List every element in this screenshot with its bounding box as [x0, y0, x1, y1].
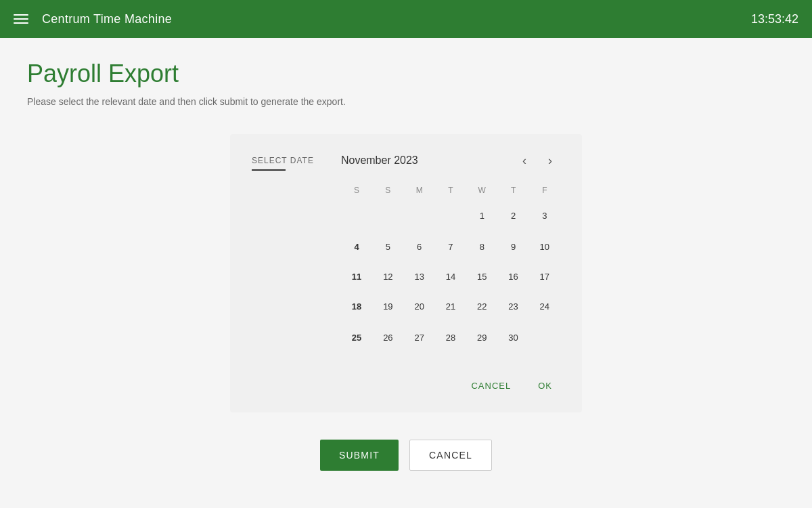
calendar-day[interactable]: 10 — [534, 236, 556, 257]
calendar-cell: 5 — [372, 232, 403, 261]
calendar-day[interactable]: 28 — [440, 326, 461, 348]
calendar-week-row: 18192021222324 — [341, 291, 560, 321]
select-date-label: SELECT DATE — [252, 156, 314, 165]
calendar-cell: 26 — [372, 321, 403, 354]
calendar-day[interactable]: 27 — [409, 326, 430, 348]
date-picker-card: SELECT DATE November 2023 ‹ › S S — [230, 134, 582, 412]
calendar-day[interactable]: 11 — [346, 266, 367, 287]
calendar-day[interactable]: 8 — [471, 236, 493, 257]
date-picker-wrapper: SELECT DATE November 2023 ‹ › S S — [27, 134, 785, 412]
calendar-cell: 24 — [529, 291, 560, 321]
day-header-thu: T — [497, 182, 528, 199]
next-month-button[interactable]: › — [540, 150, 560, 171]
calendar-cell: 23 — [497, 291, 528, 321]
calendar-cell: 30 — [497, 321, 528, 354]
calendar-day[interactable]: 24 — [534, 295, 556, 317]
calendar-cell: 2 — [497, 199, 528, 232]
day-header-sun1: S — [341, 182, 372, 199]
page-title: Payroll Export — [27, 60, 785, 88]
calendar-week-row: 252627282930 — [341, 321, 560, 354]
main-content: Payroll Export Please select the relevan… — [0, 38, 812, 492]
calendar-cell: 11 — [341, 261, 372, 291]
calendar-cell: 20 — [404, 291, 435, 321]
menu-icon[interactable] — [14, 14, 28, 24]
calendar-day[interactable]: 12 — [377, 266, 399, 287]
calendar-day[interactable]: 26 — [377, 326, 399, 348]
calendar-cell — [372, 199, 403, 232]
select-date-underline — [252, 169, 286, 171]
calendar-cell: 1 — [466, 199, 497, 232]
calendar-week-row: 11121314151617 — [341, 261, 560, 291]
cancel-button[interactable]: CANCEL — [409, 440, 492, 471]
calendar-day[interactable]: 30 — [503, 326, 524, 348]
day-header-mon: M — [404, 182, 435, 199]
calendar-day[interactable]: 3 — [534, 205, 556, 226]
calendar-empty-cell — [440, 203, 461, 225]
calendar-day[interactable]: 13 — [409, 266, 430, 287]
calendar-nav: ‹ › — [514, 150, 560, 171]
calendar-cell: 17 — [529, 261, 560, 291]
calendar-day[interactable]: 18 — [346, 295, 367, 317]
calendar-cell: 16 — [497, 261, 528, 291]
page-subtitle: Please select the relevant date and then… — [27, 96, 785, 107]
app-header: Centrum Time Machine 13:53:42 — [0, 0, 812, 38]
calendar-cell: 13 — [404, 261, 435, 291]
calendar-day[interactable]: 22 — [471, 295, 493, 317]
calendar-empty-cell — [346, 203, 367, 225]
current-time: 13:53:42 — [751, 12, 798, 26]
calendar-cell: 22 — [466, 291, 497, 321]
prev-month-button[interactable]: ‹ — [514, 150, 535, 171]
calendar-day[interactable]: 1 — [471, 205, 493, 226]
calendar-day[interactable]: 25 — [346, 326, 367, 348]
calendar-day[interactable]: 9 — [503, 236, 524, 257]
calendar-day[interactable]: 19 — [377, 295, 399, 317]
day-header-fri: F — [529, 182, 560, 199]
calendar-cell: 7 — [435, 232, 466, 261]
calendar-day[interactable]: 5 — [377, 236, 399, 257]
calendar-day[interactable]: 15 — [471, 266, 493, 287]
calendar-cell: 21 — [435, 291, 466, 321]
day-header-wed: W — [466, 182, 497, 199]
calendar-day[interactable]: 17 — [534, 266, 556, 287]
calendar-footer: CANCEL OK — [341, 370, 560, 396]
calendar-cell: 9 — [497, 232, 528, 261]
calendar-grid: S S M T W T F 12345678910111213141516171… — [341, 182, 560, 354]
calendar-day[interactable]: 29 — [471, 326, 493, 348]
app-title: Centrum Time Machine — [42, 12, 172, 26]
select-date-section: SELECT DATE — [252, 150, 314, 171]
calendar-day[interactable]: 16 — [503, 266, 524, 287]
calendar-day[interactable]: 6 — [409, 236, 430, 257]
calendar-cell: 4 — [341, 232, 372, 261]
calendar-week-row: 123 — [341, 199, 560, 232]
calendar-day[interactable]: 2 — [503, 205, 524, 226]
calendar-day[interactable]: 21 — [440, 295, 461, 317]
day-header-sat: S — [372, 182, 403, 199]
calendar-day[interactable]: 23 — [503, 295, 524, 317]
calendar-cell: 8 — [466, 232, 497, 261]
calendar-week-row: 45678910 — [341, 232, 560, 261]
calendar-cell: 14 — [435, 261, 466, 291]
calendar-cell — [404, 199, 435, 232]
calendar-cancel-button[interactable]: CANCEL — [463, 375, 519, 396]
calendar-day[interactable]: 7 — [440, 236, 461, 257]
calendar-cell — [341, 199, 372, 232]
calendar-cell: 18 — [341, 291, 372, 321]
calendar-ok-button[interactable]: OK — [530, 375, 560, 396]
calendar-cell: 29 — [466, 321, 497, 354]
submit-button[interactable]: SUBMIT — [320, 440, 399, 471]
calendar-cell: 15 — [466, 261, 497, 291]
calendar-cell — [529, 321, 560, 354]
calendar-empty-cell — [534, 325, 556, 347]
calendar-day[interactable]: 14 — [440, 266, 461, 287]
action-buttons: SUBMIT CANCEL — [27, 440, 785, 471]
calendar-cell: 27 — [404, 321, 435, 354]
calendar-cell — [435, 199, 466, 232]
calendar-day[interactable]: 20 — [409, 295, 430, 317]
calendar-cell: 28 — [435, 321, 466, 354]
calendar-cell: 25 — [341, 321, 372, 354]
calendar-empty-cell — [409, 203, 430, 225]
calendar-day[interactable]: 4 — [346, 236, 367, 257]
calendar-cell: 6 — [404, 232, 435, 261]
calendar-cell: 10 — [529, 232, 560, 261]
calendar-header: November 2023 ‹ › — [341, 150, 560, 171]
